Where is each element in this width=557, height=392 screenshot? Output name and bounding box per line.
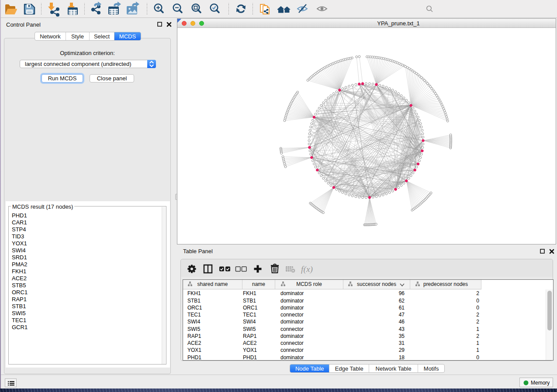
svg-text:Memory: Memory bbox=[531, 380, 550, 386]
svg-text:f(x): f(x) bbox=[301, 265, 313, 274]
